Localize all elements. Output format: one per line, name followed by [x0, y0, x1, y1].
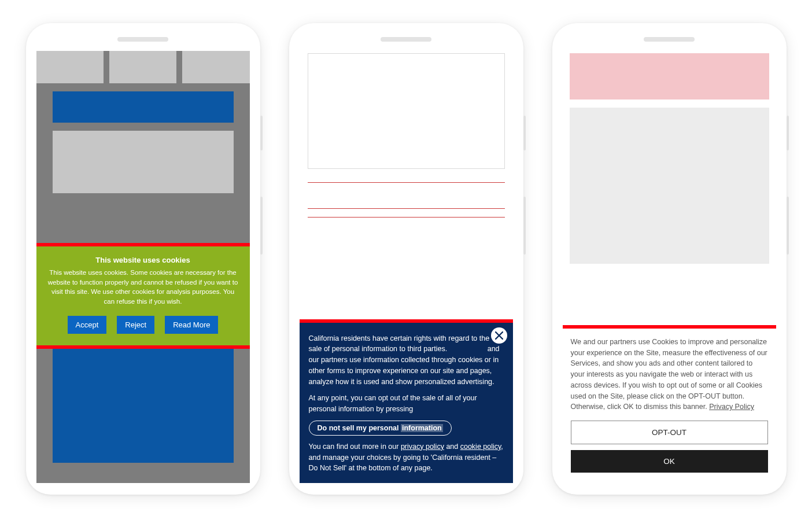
reject-button[interactable]: Reject: [117, 316, 154, 334]
cookie-banner-highlight: This website uses cookies This website u…: [36, 243, 250, 349]
phone-side-button: [260, 197, 263, 255]
cookie-banner-text: This website uses cookies. Some cookies …: [47, 268, 239, 307]
do-not-sell-button[interactable]: Do not sell my personal information: [309, 421, 452, 436]
placeholder-line: [308, 217, 505, 218]
cookie-banner-text: We and our partners use Cookies to impro…: [571, 337, 768, 412]
cookie-banner: California residents have certain rights…: [300, 323, 513, 484]
placeholder-row: [36, 51, 250, 83]
ok-button[interactable]: OK: [571, 450, 768, 473]
phone-speaker: [644, 37, 695, 42]
phone-side-button: [523, 116, 526, 150]
accept-button[interactable]: Accept: [68, 316, 107, 334]
phone-mockup-1: This website uses cookies This website u…: [26, 23, 260, 495]
phone-screen: California residents have certain rights…: [300, 51, 513, 483]
phone-side-button: [787, 116, 789, 150]
cookie-banner-title: This website uses cookies: [47, 256, 239, 264]
cookie-banner-text: You can find out more in our privacy pol…: [309, 441, 504, 474]
placeholder-block: [308, 53, 505, 169]
privacy-policy-link[interactable]: privacy policy: [401, 443, 444, 451]
cookie-banner-buttons: OPT-OUT OK: [571, 421, 768, 473]
phone-speaker: [381, 37, 431, 42]
cookie-banner-highlight: California residents have certain rights…: [300, 319, 513, 484]
cookie-banner-highlight: We and our partners use Cookies to impro…: [563, 325, 776, 483]
placeholder-block: [53, 91, 234, 123]
phone-side-button: [523, 197, 526, 255]
placeholder-line: [308, 175, 505, 183]
cookie-text-segment: You can find out more in our: [309, 443, 401, 451]
phone-speaker: [117, 37, 168, 42]
cookie-policy-link[interactable]: cookie policy: [460, 443, 501, 451]
cookie-text-segment: We and our partners use Cookies to impro…: [571, 338, 767, 411]
placeholder-block: [53, 333, 234, 463]
phone-screen: We and our partners use Cookies to impro…: [563, 51, 776, 483]
phone-side-button: [260, 116, 263, 150]
phone-screen: This website uses cookies This website u…: [36, 51, 250, 483]
opt-out-button[interactable]: OPT-OUT: [571, 421, 768, 444]
cookie-banner: We and our partners use Cookies to impro…: [563, 329, 776, 483]
privacy-policy-link[interactable]: Privacy Policy: [709, 403, 754, 411]
cookie-banner: This website uses cookies This website u…: [36, 246, 250, 345]
placeholder-block: [570, 53, 769, 99]
close-icon[interactable]: [491, 327, 507, 344]
button-label-segment: Do not sell my personal: [318, 424, 401, 432]
cookie-banner-text: California residents have certain rights…: [309, 333, 504, 388]
cookie-text-segment: and: [444, 443, 460, 451]
button-label-highlight: information: [401, 424, 443, 432]
read-more-button[interactable]: Read More: [165, 316, 218, 334]
placeholder-block: [570, 108, 769, 264]
placeholder-line: [308, 208, 505, 209]
placeholder-block: [53, 131, 234, 193]
phone-mockup-2: California residents have certain rights…: [289, 23, 523, 495]
cookie-banner-text: At any point, you can opt out of the sal…: [309, 393, 504, 415]
phone-mockup-3: We and our partners use Cookies to impro…: [552, 23, 787, 495]
phone-side-button: [787, 197, 789, 255]
cookie-banner-buttons: Accept Reject Read More: [47, 316, 239, 334]
